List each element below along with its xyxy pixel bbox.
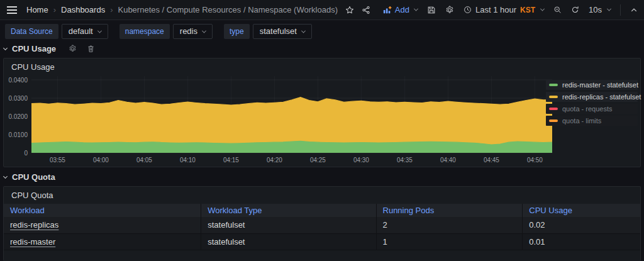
chevron-down-icon (607, 7, 611, 11)
svg-text:04:30: 04:30 (353, 157, 369, 164)
legend-label: quota - requests (562, 105, 613, 113)
chart-legend: redis-master - statefulsetredis-replicas… (546, 80, 638, 126)
add-label: Add (395, 5, 409, 14)
variable-value-dropdown[interactable]: default (62, 24, 108, 39)
variable-value: redis (180, 27, 197, 36)
refresh-button[interactable] (571, 6, 579, 14)
row-settings-icon[interactable] (69, 45, 77, 53)
row-header-cpu-usage[interactable]: CPU Usage (4, 44, 95, 53)
svg-text:04:15: 04:15 (223, 157, 239, 164)
row-actions (69, 45, 95, 53)
row-title: CPU Usage (12, 44, 56, 53)
svg-text:04:45: 04:45 (484, 157, 499, 164)
refresh-interval-label: 10s (589, 5, 602, 14)
chevron-down-icon (540, 7, 545, 11)
chevron-down-icon (414, 7, 418, 11)
table-cell: 0.02 (523, 217, 640, 233)
variable-label: namespace (119, 24, 170, 39)
cpu-quota-panel: CPU Quota WorkloadWorkload TypeRunning P… (3, 186, 641, 261)
cpu-quota-table: WorkloadWorkload TypeRunning PodsCPU Usa… (4, 204, 640, 250)
time-range-label: Last 1 hour (475, 5, 516, 14)
time-range-picker[interactable]: Last 1 hour KST (464, 5, 544, 14)
legend-label: redis-master - statefulset (562, 81, 638, 89)
svg-text:0: 0 (24, 150, 28, 157)
cpu-usage-panel: CPU Usage 0.04000.03000.02000.0100003:55… (3, 58, 641, 167)
table-cell: statefulset (201, 233, 376, 250)
breadcrumb: Home›Dashboards›Kubernetes / Compute Res… (26, 5, 338, 14)
table-row: redis-masterstatefulset10.01 (4, 233, 640, 250)
table-cell: 0.01 (523, 233, 640, 250)
panel-title[interactable]: CPU Usage (4, 58, 640, 75)
row-header-cpu-quota[interactable]: CPU Quota (4, 172, 55, 182)
row-delete-icon[interactable] (87, 45, 95, 53)
refresh-interval-dropdown[interactable]: 10s (589, 5, 611, 14)
column-header-workload[interactable]: Workload (4, 204, 201, 217)
table-cell: redis-master (4, 233, 201, 250)
column-header-running-pods[interactable]: Running Pods (376, 204, 523, 217)
chevron-down-icon (97, 28, 102, 33)
svg-text:04:10: 04:10 (180, 157, 196, 164)
legend-item[interactable]: quota - limits (546, 116, 638, 126)
breadcrumb-separator: › (110, 5, 113, 14)
variable-value: default (69, 27, 93, 36)
table-header-row: WorkloadWorkload TypeRunning PodsCPU Usa… (4, 204, 640, 217)
svg-text:04:25: 04:25 (310, 157, 326, 164)
add-panel-button[interactable]: Add (383, 5, 418, 14)
breadcrumb-item[interactable]: Home (26, 5, 48, 14)
breadcrumb-separator: › (53, 5, 56, 14)
clock-icon (464, 6, 472, 14)
row-title: CPU Quota (12, 172, 55, 182)
svg-text:0.0100: 0.0100 (8, 131, 28, 138)
dashboard-variables: Data Sourcedefaultnamespaceredistypestat… (0, 21, 644, 42)
variable-value-dropdown[interactable]: redis (173, 24, 213, 39)
table-cell: statefulset (201, 217, 376, 233)
variable-type: typestatefulset (224, 24, 312, 39)
column-header-cpu-usage[interactable]: CPU Usage (523, 204, 640, 217)
column-header-workload-type[interactable]: Workload Type (201, 204, 376, 217)
legend-swatch (549, 108, 558, 110)
timezone-label: KST (520, 6, 535, 14)
svg-text:04:50: 04:50 (527, 157, 543, 164)
workload-link[interactable]: redis-master (10, 237, 55, 247)
chevron-down-icon (3, 174, 8, 178)
workload-link[interactable]: redis-replicas (10, 220, 58, 230)
svg-text:04:00: 04:00 (93, 157, 109, 164)
add-chart-icon (383, 6, 392, 14)
top-navbar: Home›Dashboards›Kubernetes / Compute Res… (0, 0, 644, 20)
collapse-navbar-icon[interactable] (630, 6, 638, 14)
cpu-usage-chart[interactable]: 0.04000.03000.02000.0100003:5504:0004:05… (4, 75, 640, 167)
svg-text:04:20: 04:20 (267, 157, 282, 164)
svg-text:0.0400: 0.0400 (8, 77, 28, 84)
share-icon[interactable] (362, 6, 370, 14)
breadcrumb-item[interactable]: Kubernetes / Compute Resources / Namespa… (118, 5, 337, 14)
breadcrumb-item[interactable]: Dashboards (61, 5, 105, 14)
dashboard-settings-button[interactable] (445, 6, 454, 14)
legend-label: redis-replicas - statefulset (562, 93, 641, 101)
table-cell: 1 (376, 233, 523, 250)
zoom-out-time-button[interactable] (553, 6, 562, 14)
chevron-down-icon (202, 28, 206, 33)
toolbar-divider (620, 4, 621, 16)
topnav-actions: Add Last 1 hour KST (383, 4, 638, 16)
save-dashboard-button[interactable] (427, 6, 436, 14)
svg-text:0.0300: 0.0300 (8, 95, 28, 102)
variable-namespace: namespaceredis (119, 24, 213, 39)
variable-value-dropdown[interactable]: statefulset (253, 24, 312, 39)
legend-item[interactable]: quota - requests (546, 104, 638, 114)
area-chart-canvas: 0.04000.03000.02000.0100003:5504:0004:05… (4, 75, 640, 167)
legend-swatch (549, 84, 558, 86)
panel-title[interactable]: CPU Quota (4, 187, 640, 204)
svg-text:03:55: 03:55 (50, 157, 65, 164)
svg-text:04:05: 04:05 (136, 157, 152, 164)
legend-item[interactable]: redis-master - statefulset (546, 80, 638, 90)
variable-data-source: Data Sourcedefault (5, 24, 108, 39)
svg-text:04:35: 04:35 (397, 157, 413, 164)
legend-swatch (549, 96, 558, 98)
chevron-down-icon (301, 28, 306, 33)
table-row: redis-replicasstatefulset20.02 (4, 217, 640, 233)
star-icon[interactable] (345, 6, 354, 14)
variable-label: Data Source (5, 24, 58, 39)
legend-item[interactable]: redis-replicas - statefulset (546, 92, 638, 102)
grafana-dashboard: Home›Dashboards›Kubernetes / Compute Res… (0, 0, 644, 261)
menu-icon[interactable] (6, 6, 18, 14)
